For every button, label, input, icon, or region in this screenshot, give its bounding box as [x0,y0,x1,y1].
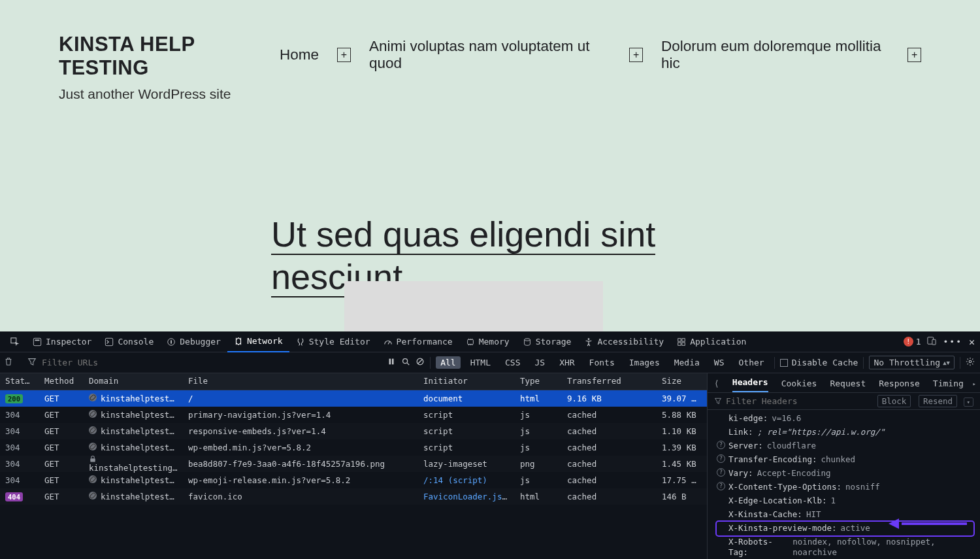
table-row[interactable]: 304GETkinstahelptesting.ki…bea8d807-f7e9… [0,456,707,472]
detail-filter-bar: Block Resend ▾ [708,393,980,410]
expand-submenu-icon[interactable]: + [337,48,351,62]
header-row[interactable]: X-Robots-Tag: noindex, nofollow, nosnipp… [717,535,973,559]
tab-inspector[interactable]: Inspector [26,331,98,352]
col-method[interactable]: Method [39,373,84,390]
throttling-select[interactable]: No Throttling ▲▼ [869,356,955,369]
trash-icon[interactable] [4,357,13,368]
detail-tabs: ⟨ Headers Cookies Request Response Timin… [708,373,980,393]
callout-arrow [889,518,967,529]
svg-rect-14 [932,339,936,345]
close-icon[interactable]: ✕ [969,336,975,348]
filter-media[interactable]: Media [670,356,704,369]
detail-back-icon[interactable]: ⟨ [714,379,719,392]
scroll-right-icon[interactable]: ▸ [973,381,976,387]
request-detail-pane: ⟨ Headers Cookies Request Response Timin… [707,373,980,559]
table-row[interactable]: 200GETkinstahelptesting.ki…/documenthtml… [0,390,707,407]
svg-rect-9 [678,338,681,341]
primary-nav: Home + Animi voluptas nam voluptatem ut … [280,33,921,72]
table-row[interactable]: 304GETkinstahelptesting.ki…primary-navig… [0,407,707,423]
header-row[interactable]: ki-edge: v=16.6 [717,412,973,426]
svg-rect-20 [90,458,95,462]
table-header: Status Method Domain File Initiator Type… [0,373,707,390]
header-row[interactable]: ?Transfer-Encoding: chunked [717,453,973,467]
filter-ws[interactable]: WS [710,356,729,369]
tab-accessibility[interactable]: Accessibility [578,331,670,352]
resend-button[interactable]: Resend [919,395,957,407]
filter-icon[interactable] [27,357,37,368]
detail-tab-request[interactable]: Request [830,379,866,392]
detail-tab-headers[interactable]: Headers [732,377,768,392]
more-icon[interactable]: ••• [943,337,962,347]
block-button[interactable]: Block [877,395,911,407]
header-row[interactable]: ?X-Content-Type-Options: nosniff [717,481,973,494]
expand-submenu-icon[interactable]: + [629,48,643,62]
expand-submenu-icon[interactable]: + [907,48,921,62]
filter-other[interactable]: Other [734,356,769,369]
header-row[interactable]: X-Edge-Location-Klb: 1 [717,494,973,508]
resend-dropdown-icon[interactable]: ▾ [964,398,973,407]
table-row[interactable]: 404GETkinstahelptesting.ki…favicon.icoFa… [0,488,707,505]
table-row[interactable]: 304GETkinstahelptesting.ki…wp-emoji-rele… [0,472,707,488]
nav-item-1[interactable]: Animi voluptas nam voluptatem ut quod [369,38,611,72]
col-status[interactable]: Status [0,373,39,390]
filter-xhr[interactable]: XHR [555,356,579,369]
devtools-tabbar: Inspector Console Debugger Network Style… [0,331,980,352]
svg-rect-16 [392,359,394,365]
responsive-mode-icon[interactable] [927,336,936,347]
pause-icon[interactable] [387,357,396,368]
filter-images[interactable]: Images [625,356,664,369]
tab-debugger[interactable]: Debugger [160,331,227,352]
col-type[interactable]: Type [515,373,562,390]
branding: KINSTA HELP TESTING Just another WordPre… [59,33,280,102]
detail-tab-cookies[interactable]: Cookies [781,379,817,392]
filter-headers-input[interactable] [726,396,804,406]
filter-all[interactable]: All [436,356,460,369]
filter-js[interactable]: JS [530,356,549,369]
detail-tab-timing[interactable]: Timing [933,379,964,392]
svg-rect-6 [467,339,473,344]
tab-storage[interactable]: Storage [516,331,578,352]
svg-point-8 [588,338,590,340]
filter-css[interactable]: CSS [500,356,525,369]
network-toolbar: All HTML CSS JS XHR Fonts Images Media W… [0,352,980,373]
detail-tab-response[interactable]: Response [879,379,920,392]
tab-performance[interactable]: Performance [377,331,459,352]
header-row[interactable]: ?Vary: Accept-Encoding [717,467,973,481]
site-title[interactable]: KINSTA HELP TESTING [59,33,280,80]
tab-style-editor[interactable]: Style Editor [289,331,377,352]
response-headers-list: ki-edge: v=16.6Link: ; rel="https://api.… [708,410,980,559]
header-row[interactable]: Link: ; rel="https://api.w.org/" [717,426,973,439]
disable-cache-label: Disable Cache [792,358,858,367]
table-body: 200GETkinstahelptesting.ki…/documenthtml… [0,390,707,505]
col-transferred[interactable]: Transferred [562,373,657,390]
svg-rect-12 [682,342,685,345]
tab-network[interactable]: Network [227,331,289,352]
header-row[interactable]: ?Server: cloudflare [717,439,973,453]
col-initiator[interactable]: Initiator [418,373,515,390]
svg-rect-1 [33,338,41,345]
filter-html[interactable]: HTML [466,356,495,369]
search-icon[interactable] [401,357,410,368]
filter-fonts[interactable]: Fonts [585,356,619,369]
tab-application[interactable]: Application [670,331,753,352]
error-indicator[interactable]: ! 1 [904,337,921,347]
nav-item-home[interactable]: Home [280,46,319,63]
col-size[interactable]: Size [657,373,704,390]
settings-gear-icon[interactable] [966,357,975,368]
pick-element-icon[interactable] [4,331,26,352]
checkbox-icon [780,359,788,367]
col-domain[interactable]: Domain [84,373,183,390]
col-file[interactable]: File [183,373,418,390]
block-icon[interactable] [416,357,425,368]
tab-memory[interactable]: Memory [459,331,516,352]
detail-action-buttons: Block Resend ▾ [875,396,973,406]
table-row[interactable]: 304GETkinstahelptesting.ki…responsive-em… [0,423,707,439]
tab-console[interactable]: Console [98,331,160,352]
disable-cache-toggle[interactable]: Disable Cache [780,358,858,367]
svg-rect-10 [682,338,685,341]
nav-item-2[interactable]: Dolorum eum doloremque mollitia hic [661,38,889,72]
error-count: 1 [916,337,921,347]
filter-urls-input[interactable] [42,358,114,367]
error-icon: ! [904,337,913,347]
svg-rect-3 [106,338,113,345]
